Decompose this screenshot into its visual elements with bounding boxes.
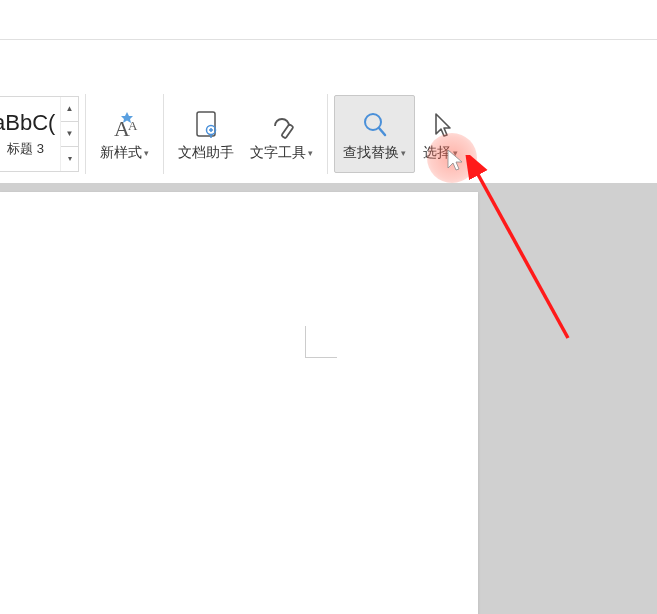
new-style-button[interactable]: A A 新样式 ▾ [92, 95, 157, 173]
new-style-label: 新样式 [100, 144, 142, 162]
text-tools-label: 文字工具 [250, 144, 306, 162]
svg-rect-2 [197, 112, 215, 136]
chevron-down-icon: ▾ [144, 148, 149, 158]
style-label-text: 标题 3 [7, 140, 44, 158]
style-item-heading3[interactable]: aBbC( 标题 3 [0, 97, 61, 171]
document-page[interactable] [0, 192, 478, 614]
ribbon-toolbar: aBbC( 标题 3 ▲ ▼ ▾ A A 新样式 ▾ [0, 40, 657, 184]
find-replace-button[interactable]: 查找替换 ▾ [334, 95, 415, 173]
svg-rect-7 [281, 124, 293, 138]
title-bar [0, 0, 657, 40]
select-label: 选择 [423, 144, 451, 162]
doc-assistant-icon [189, 106, 223, 144]
cursor-icon [424, 106, 458, 144]
search-icon [358, 106, 392, 144]
page-margin-marker [305, 326, 337, 358]
chevron-down-icon: ▾ [401, 148, 406, 158]
text-tools-button[interactable]: 文字工具 ▾ [242, 95, 321, 173]
chevron-down-icon: ▾ [453, 148, 458, 158]
find-replace-label: 查找替换 [343, 144, 399, 162]
document-area [0, 184, 657, 614]
style-preview-text: aBbC( [0, 110, 58, 136]
gallery-scroll: ▲ ▼ ▾ [61, 97, 78, 171]
new-style-icon: A A [106, 106, 144, 144]
chevron-down-icon: ▾ [308, 148, 313, 158]
style-gallery[interactable]: aBbC( 标题 3 ▲ ▼ ▾ [0, 96, 79, 172]
separator [327, 94, 328, 174]
select-button[interactable]: 选择 ▾ [415, 95, 466, 173]
text-tools-icon [265, 106, 299, 144]
gallery-expand-icon[interactable]: ▾ [61, 147, 78, 171]
gallery-down-icon[interactable]: ▼ [61, 122, 78, 147]
doc-assistant-button[interactable]: 文档助手 [170, 95, 242, 173]
separator [85, 94, 86, 174]
separator [163, 94, 164, 174]
svg-line-9 [379, 128, 385, 135]
gallery-up-icon[interactable]: ▲ [61, 97, 78, 122]
doc-assistant-label: 文档助手 [178, 144, 234, 162]
